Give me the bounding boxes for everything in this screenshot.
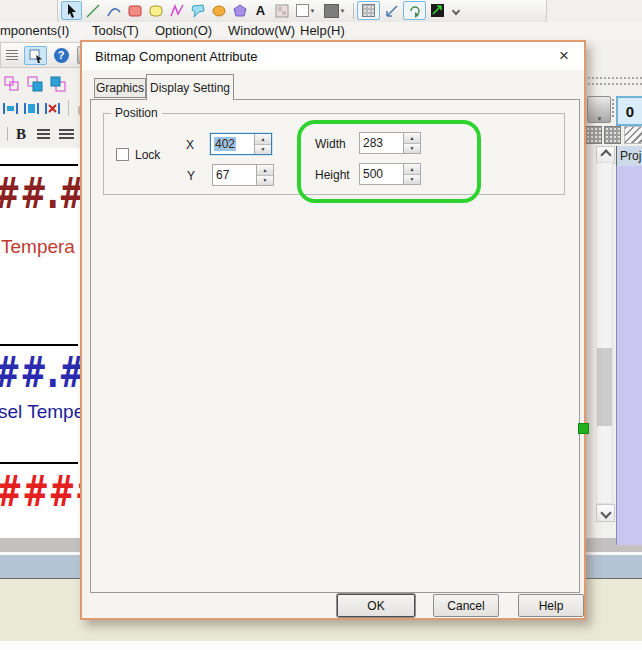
tab-display-setting[interactable]: Display Setting (146, 74, 234, 100)
y-spinner[interactable]: 67 ▲ ▼ (212, 164, 274, 186)
line-tool-icon[interactable] (82, 1, 103, 20)
line-component[interactable] (0, 164, 78, 166)
help-button[interactable]: Help (518, 594, 584, 617)
rect-tool-icon[interactable] (124, 1, 145, 20)
chevron-down-icon: ▼ (310, 8, 316, 14)
text-component[interactable]: sel Tempe (0, 401, 80, 423)
close-icon[interactable]: × (554, 46, 574, 66)
multi-select-icon[interactable] (24, 46, 47, 65)
line-component[interactable] (0, 344, 78, 346)
size-toolbar (0, 96, 82, 120)
x-spinner[interactable]: 402 ▲ ▼ (210, 133, 272, 155)
chevron-up-icon (600, 149, 611, 160)
chevron-down-icon (600, 507, 611, 518)
text-tool-icon[interactable]: A (250, 1, 271, 20)
ellipse-tool-icon[interactable] (208, 1, 229, 20)
rotate-tool-icon[interactable] (403, 1, 426, 20)
green-annotation-oval (297, 120, 481, 203)
help-icon[interactable]: ? (51, 46, 71, 65)
line-color-dropdown[interactable]: ▼ (292, 1, 319, 20)
format-toolbar: B (0, 122, 82, 146)
line-component[interactable] (0, 462, 78, 464)
bring-front-icon[interactable] (48, 75, 67, 94)
tab-label: Display Setting (150, 81, 230, 95)
toolbar-grip (588, 77, 642, 79)
scrollbar-thumb[interactable] (597, 348, 612, 426)
tab-graphics[interactable]: Graphics (94, 78, 146, 98)
scroll-down-button[interactable] (596, 504, 615, 522)
toolbar-grip (588, 83, 642, 85)
same-width-icon[interactable] (2, 99, 19, 118)
group-icon[interactable] (2, 75, 21, 94)
grid-toggle-icon[interactable] (357, 1, 380, 20)
same-size-icon[interactable] (44, 99, 61, 118)
style-dropdown-button[interactable]: ▼ (587, 96, 611, 123)
ok-button[interactable]: OK (337, 594, 415, 617)
dialog-titlebar[interactable]: Bitmap Component Attribute × (82, 42, 584, 70)
chevron-down-icon: ▼ (340, 8, 346, 14)
toolbar-separator (2, 127, 8, 141)
menu-window[interactable]: Window(W) (228, 23, 295, 38)
toolbar-overflow-icon[interactable] (449, 1, 463, 20)
cursor-tool-icon[interactable] (61, 1, 82, 20)
x-value[interactable]: 402 (214, 137, 236, 151)
project-panel-body (616, 166, 642, 545)
numeric-display-component[interactable]: ##.# (0, 350, 80, 396)
lock-label: Lock (135, 148, 160, 162)
menu-bar: mponents(I) Tools(T) Option(O) Window(W)… (0, 22, 642, 40)
toolbar-separator (353, 3, 354, 19)
move-tool-icon[interactable] (426, 1, 449, 20)
roundrect-tool-icon[interactable] (145, 1, 166, 20)
numeric-display-component[interactable]: ##.# (0, 171, 80, 217)
polyline-tool-icon[interactable] (166, 1, 187, 20)
image-tool-icon[interactable] (271, 1, 292, 20)
fill-color-dropdown[interactable]: ▼ (319, 1, 350, 20)
scrollbar-track[interactable] (596, 162, 613, 504)
toolbar-separator (68, 100, 69, 116)
project-panel-header[interactable]: Proj (616, 146, 642, 166)
canvas[interactable]: ##.# Tempera ##.# sel Tempe #### (0, 148, 80, 538)
text-component[interactable]: Tempera (1, 236, 75, 258)
menu-option[interactable]: Option(O) (155, 23, 212, 38)
numeric-display-component[interactable]: #### (0, 469, 80, 515)
dialog-title: Bitmap Component Attribute (95, 49, 258, 64)
display-setting-page: Position Lock X 402 ▲ ▼ Y 67 ▲ ▼ Width (90, 99, 580, 593)
app-window: A ▼ ▼ mponents(I) Tools(T) (0, 0, 642, 650)
stripe-pattern-swatch[interactable] (624, 126, 642, 144)
chevron-down-icon: ▼ (597, 116, 603, 122)
curve-tool-icon[interactable] (103, 1, 124, 20)
view-toolbar: ? ▼ (0, 42, 89, 68)
spin-down-icon[interactable]: ▼ (257, 176, 273, 186)
y-value[interactable]: 67 (213, 165, 256, 185)
menu-tools[interactable]: Tools(T) (92, 23, 139, 38)
pattern-swatch[interactable] (604, 126, 621, 144)
cancel-button[interactable]: Cancel (433, 594, 499, 617)
spin-up-icon[interactable]: ▲ (255, 134, 271, 145)
toolbar-grip (612, 99, 614, 117)
position-group-title: Position (111, 106, 162, 120)
layer-number-box[interactable]: 0 (616, 96, 642, 126)
menu-components[interactable]: mponents(I) (0, 23, 69, 38)
x-label: X (186, 138, 194, 152)
lock-checkbox[interactable] (116, 148, 129, 161)
polygon-tool-icon[interactable] (229, 1, 250, 20)
spin-down-icon[interactable]: ▼ (255, 145, 271, 155)
same-height-icon[interactable] (23, 99, 40, 118)
scale-tool-icon[interactable] (380, 1, 403, 20)
layers-icon[interactable] (3, 46, 20, 65)
tab-label: Graphics (96, 81, 144, 95)
callout-tool-icon[interactable] (187, 1, 208, 20)
menu-help[interactable]: Help(H) (300, 23, 345, 38)
spin-up-icon[interactable]: ▲ (257, 165, 273, 176)
bold-button[interactable]: B (12, 125, 30, 144)
drawing-toolbar: A ▼ ▼ (57, 0, 547, 23)
send-back-icon[interactable] (25, 75, 44, 94)
selection-handle[interactable] (578, 423, 589, 434)
pattern-swatch[interactable] (585, 126, 602, 144)
y-label: Y (187, 169, 195, 183)
align-left-icon[interactable] (34, 125, 53, 144)
align-justify-icon[interactable] (57, 125, 76, 144)
order-toolbar (0, 72, 82, 96)
desktop-band (0, 641, 642, 650)
bitmap-attribute-dialog: Bitmap Component Attribute × Graphics Di… (80, 40, 586, 620)
